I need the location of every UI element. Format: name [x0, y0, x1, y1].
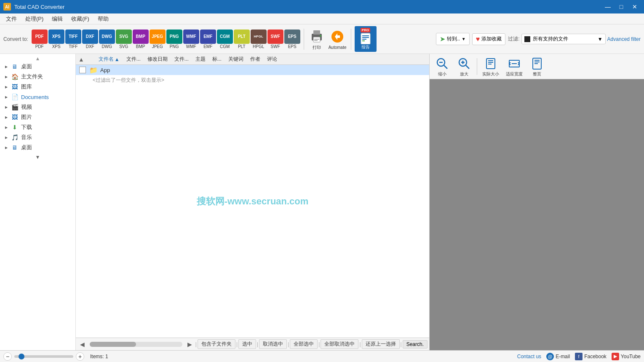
advanced-filter-button[interactable]: Advanced filter — [607, 36, 641, 42]
search-button[interactable]: Search. — [403, 340, 428, 349]
sort-arrow-icon: ▲ — [115, 56, 120, 62]
select-all-button[interactable]: 全部选中 — [290, 339, 318, 349]
convert-to-label: Convert to: — [3, 36, 28, 42]
filter-color-swatch — [524, 36, 530, 42]
deselect-button[interactable]: 取消选中 — [259, 339, 287, 349]
format-tiff[interactable]: TIFF TIFF — [65, 29, 81, 49]
maximize-button[interactable]: □ — [615, 2, 627, 11]
zoom-plus-button[interactable]: + — [76, 352, 84, 361]
format-emf[interactable]: EMF EMF — [200, 29, 216, 49]
sidebar-item-downloads[interactable]: ▶ ⬇ 下载 — [0, 122, 75, 132]
select-button[interactable]: 选中 — [238, 339, 256, 349]
sidebar-label-documents: Documents — [21, 94, 49, 100]
col-header-keywords[interactable]: 关键词 — [225, 56, 247, 63]
format-plt[interactable]: PLT PLT — [234, 29, 250, 49]
gallery-icon: 🖼 — [11, 83, 19, 91]
col-subject-label: 主题 — [195, 56, 206, 63]
format-eps[interactable]: EPS EPS — [284, 29, 300, 49]
menu-edit[interactable]: 编辑 — [48, 14, 67, 24]
menu-help[interactable]: 帮助 — [94, 14, 113, 24]
format-swf[interactable]: SWF SWF — [267, 29, 283, 49]
format-bmp[interactable]: BMP BMP — [133, 29, 149, 49]
format-cgm[interactable]: CGM CGM — [217, 29, 233, 49]
menu-favorites[interactable]: 收藏(F) — [67, 14, 94, 24]
sidebar-scroll-up[interactable]: ▲ — [0, 56, 75, 62]
zoom-slider[interactable] — [14, 355, 73, 358]
minimize-button[interactable]: — — [602, 2, 614, 11]
youtube-link[interactable]: ▶ YouTube — [612, 353, 641, 360]
col-header-subject[interactable]: 主题 — [192, 56, 209, 63]
status-right: Contact us @ E-mail f Facebook ▶ YouTube — [517, 353, 641, 360]
heart-icon: ♥ — [476, 35, 480, 43]
col-header-comments[interactable]: 评论 — [264, 56, 281, 63]
sidebar-item-gallery[interactable]: ▶ 🖼 图库 — [0, 82, 75, 92]
email-link[interactable]: @ E-mail — [546, 353, 570, 360]
format-dxf[interactable]: DXF DXF — [82, 29, 98, 49]
next-arrow-button[interactable]: ▶ — [185, 340, 195, 349]
format-xps[interactable]: XPS XPS — [48, 29, 64, 49]
col-header-tags[interactable]: 标... — [209, 56, 225, 63]
tiff-icon: TIFF — [65, 29, 81, 44]
app-title: Total CAD Converter — [14, 4, 64, 10]
main-layout: ▲ ▶ 🖥 桌面 ▶ 🏠 主文件夹 ▶ 🖼 图库 ▶ 📄 Documents ▶… — [0, 54, 644, 350]
svg-rect-21 — [488, 62, 493, 63]
goto-icon: ➤ — [440, 35, 445, 43]
video-icon: 🎬 — [11, 103, 19, 111]
filter-dropdown[interactable]: 所有支持的文件 ▼ — [521, 34, 606, 44]
menu-file[interactable]: 文件 — [2, 14, 21, 24]
col-header-filesize[interactable]: 文件... — [123, 56, 144, 63]
print-button[interactable]: 打印 — [307, 27, 326, 51]
col-header-filetype[interactable]: 文件... — [171, 56, 192, 63]
format-hpgl[interactable]: HPGL HPGL — [251, 29, 267, 49]
report-button[interactable]: PRO 报告 — [355, 26, 377, 52]
automate-icon — [329, 28, 346, 45]
format-dwg[interactable]: DWG DWG — [99, 29, 115, 49]
svg-rect-9 — [362, 37, 369, 38]
sidebar-item-desktop-top[interactable]: ▶ 🖥 桌面 — [0, 62, 75, 72]
col-filetype-label: 文件... — [174, 56, 189, 63]
format-pdf[interactable]: PDF PDF — [32, 29, 48, 49]
format-jpeg[interactable]: JPEG JPEG — [150, 29, 166, 49]
png-label: PNG — [170, 44, 179, 49]
scroll-thumb — [90, 342, 136, 347]
sidebar-item-music[interactable]: ▶ 🎵 音乐 — [0, 132, 75, 142]
zoom-in-button[interactable]: 放大 — [455, 55, 473, 78]
fit-width-button[interactable]: 适应宽度 — [504, 55, 524, 78]
restore-selection-button[interactable]: 还原上一选择 — [362, 339, 400, 349]
horizontal-scrollbar[interactable] — [90, 342, 182, 347]
deselect-all-button[interactable]: 全部取消选中 — [321, 339, 358, 349]
goto-button[interactable]: ➤ 转到.. ▼ — [436, 33, 470, 45]
fit-page-button[interactable]: 整页 — [528, 55, 546, 78]
scroll-up-button[interactable]: ▲ — [76, 54, 87, 64]
col-header-filename[interactable]: 文件名 ▲ — [95, 56, 123, 63]
actual-size-button[interactable]: 实际大小 — [481, 55, 501, 78]
row-checkbox[interactable] — [79, 67, 86, 73]
facebook-link[interactable]: f Facebook — [575, 353, 607, 360]
format-wmf[interactable]: WMF WMF — [183, 29, 199, 49]
format-svg[interactable]: SVG SVG — [116, 29, 132, 49]
app-icon: AI — [3, 3, 11, 11]
svg-rect-4 — [314, 40, 318, 41]
contact-us-link[interactable]: Contact us — [517, 354, 541, 359]
format-png[interactable]: PNG PNG — [166, 29, 182, 49]
zoom-out-icon — [435, 56, 450, 71]
close-button[interactable]: ✕ — [629, 2, 641, 11]
zoom-out-button[interactable]: 缩小 — [433, 55, 452, 78]
sidebar-scroll-down[interactable]: ▼ — [0, 153, 75, 162]
add-favorite-button[interactable]: ♥ 添加收藏 — [472, 33, 506, 45]
sidebar-item-home[interactable]: ▶ 🏠 主文件夹 — [0, 72, 75, 82]
col-header-author[interactable]: 作者 — [247, 56, 264, 63]
menu-process[interactable]: 处理(P) — [21, 14, 48, 24]
sidebar-item-desktop-bottom[interactable]: ▶ 🖥 桌面 — [0, 142, 75, 153]
svg-line-14 — [444, 65, 447, 69]
prev-arrow-button[interactable]: ◀ — [77, 340, 87, 349]
downloads-icon: ⬇ — [11, 123, 19, 131]
zoom-minus-button[interactable]: − — [3, 352, 12, 361]
sidebar-item-video[interactable]: ▶ 🎬 视频 — [0, 102, 75, 112]
table-row[interactable]: 📁 App — [76, 65, 429, 75]
automate-button[interactable]: Automate — [328, 27, 347, 51]
col-header-date[interactable]: 修改日期 — [144, 56, 171, 63]
sidebar-item-pictures[interactable]: ▶ 🖼 图片 — [0, 112, 75, 122]
include-subfolders-button[interactable]: 包含子文件夹 — [198, 339, 235, 349]
sidebar-item-documents[interactable]: ▶ 📄 Documents — [0, 92, 75, 102]
